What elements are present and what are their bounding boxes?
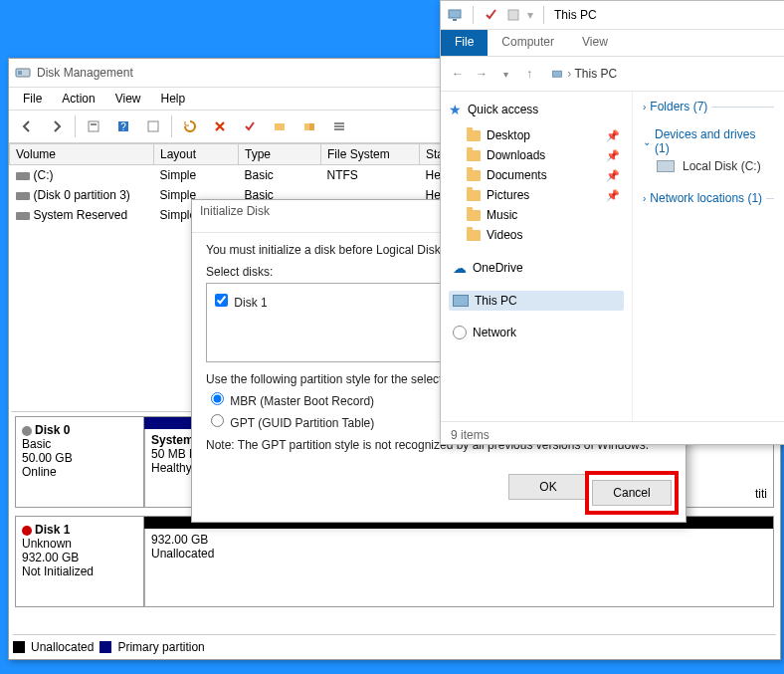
props-icon [505, 7, 521, 23]
chevron-down-icon[interactable]: ▾ [527, 8, 533, 22]
col-filesystem[interactable]: File System [321, 144, 420, 165]
cloud-icon: ☁ [453, 260, 467, 276]
toolbar-separator [75, 115, 76, 137]
disk1-capacity: 932.00 GB [22, 551, 137, 564]
sidebar-item-onedrive[interactable]: ☁OneDrive [449, 257, 624, 279]
menu-action[interactable]: Action [54, 90, 102, 108]
rule [766, 198, 774, 199]
col-layout[interactable]: Layout [154, 144, 239, 165]
help-button[interactable]: ? [111, 114, 135, 138]
sidebar-item-quick-access[interactable]: ★ Quick access [449, 102, 624, 117]
back-button[interactable] [15, 114, 39, 138]
ok-button[interactable]: OK [508, 474, 588, 500]
svg-rect-6 [148, 121, 158, 131]
toolbar-separator [171, 115, 172, 137]
chevron-right-icon: › [643, 102, 646, 112]
sidebar-item-label: Music [487, 208, 517, 222]
sidebar-item-label: Videos [487, 228, 522, 242]
nav-forward-button[interactable]: → [473, 67, 490, 81]
disk1-partition-unallocated[interactable]: 932.00 GB Unallocated [144, 529, 773, 606]
mbr-label: MBR (Master Boot Record) [230, 394, 374, 408]
group-header-folders[interactable]: ›Folders (7) [643, 100, 774, 113]
disk0-name: Disk 0 [35, 423, 70, 437]
svg-text:?: ? [120, 121, 126, 132]
breadcrumb[interactable]: › This PC [550, 67, 617, 81]
disk-bullet-icon [22, 526, 32, 536]
check-icon [484, 7, 499, 23]
volume-icon [16, 192, 30, 200]
col-type[interactable]: Type [239, 144, 321, 165]
pin-icon: 📌 [606, 149, 620, 162]
sidebar-item-downloads[interactable]: Downloads📌 [449, 145, 624, 165]
svg-rect-2 [89, 121, 98, 131]
sidebar-item-desktop[interactable]: Desktop📌 [449, 125, 624, 145]
list-button[interactable] [327, 114, 351, 138]
tab-file[interactable]: File [441, 30, 488, 56]
group-folders: ›Folders (7) [643, 100, 774, 113]
disk0-status: Online [22, 465, 137, 479]
disk1-status: Not Initialized [22, 564, 137, 578]
chevron-right-icon: › [643, 193, 646, 204]
cancel-button[interactable]: Cancel [592, 480, 672, 506]
folder-icon [467, 230, 481, 241]
properties-button[interactable] [82, 114, 105, 138]
explorer-titlebar[interactable]: ▾ This PC [441, 1, 784, 30]
action-button[interactable] [141, 114, 165, 138]
sidebar-item-documents[interactable]: Documents📌 [449, 165, 624, 185]
sidebar-item-music[interactable]: Music [449, 205, 624, 225]
tab-computer[interactable]: Computer [488, 30, 568, 56]
group-header-network[interactable]: ›Network locations (1) [643, 191, 774, 205]
disk1-name: Disk 1 [35, 523, 70, 537]
folder-icon [467, 150, 481, 161]
nav-up-button[interactable]: ↑ [520, 67, 538, 81]
sidebar-item-network[interactable]: Network [449, 323, 624, 342]
breadcrumb-thispc[interactable]: This PC [574, 67, 617, 81]
tab-view[interactable]: View [568, 30, 622, 56]
sidebar-item-label: Downloads [487, 148, 545, 162]
disk1-checkbox[interactable] [215, 294, 228, 307]
svg-rect-11 [334, 125, 344, 127]
menu-view[interactable]: View [107, 90, 149, 108]
forward-button[interactable] [45, 114, 69, 138]
menu-file[interactable]: File [15, 90, 50, 108]
cell-volume: System Reserved [34, 208, 128, 222]
group-label: Devices and drives (1) [655, 127, 770, 155]
col-volume[interactable]: Volume [10, 144, 154, 165]
item-local-disk-c[interactable]: Local Disk (C:) [643, 155, 774, 177]
network-icon [453, 326, 467, 339]
mbr-radio[interactable] [211, 392, 224, 405]
cell-volume: (Disk 0 partition 3) [34, 188, 130, 202]
disk-bullet-icon [22, 426, 32, 436]
title-separator [473, 6, 474, 24]
delete-button[interactable] [208, 114, 232, 138]
cell-volume: (C:) [34, 168, 54, 182]
menu-help[interactable]: Help [153, 90, 194, 108]
sidebar-item-pictures[interactable]: Pictures📌 [449, 185, 624, 205]
rule [711, 107, 774, 108]
group-header-devices[interactable]: ⌄Devices and drives (1) [643, 127, 774, 155]
sidebar-item-label: Pictures [487, 188, 529, 202]
gpt-radio[interactable] [211, 414, 224, 427]
pin-icon: 📌 [606, 129, 620, 142]
swatch-primary [99, 641, 111, 653]
nav-back-button[interactable]: ← [449, 67, 467, 81]
item-label: Local Disk (C:) [683, 159, 761, 173]
nav-history-button[interactable]: ▾ [496, 69, 514, 80]
refresh-button[interactable] [178, 114, 202, 138]
folder-icon [467, 190, 481, 201]
new-volume-button[interactable] [268, 114, 292, 138]
svg-rect-16 [553, 71, 562, 77]
svg-rect-9 [309, 123, 314, 130]
sidebar-item-thispc[interactable]: This PC [449, 291, 624, 311]
explorer-nav-pane: ★ Quick access Desktop📌 Downloads📌 Docum… [441, 92, 633, 421]
swatch-unallocated [13, 641, 25, 653]
sidebar-item-videos[interactable]: Videos [449, 225, 624, 245]
sidebar-item-label: Network [473, 326, 516, 339]
svg-rect-15 [508, 10, 518, 20]
check-button[interactable] [238, 114, 262, 138]
extend-button[interactable] [297, 114, 321, 138]
folder-icon [467, 170, 481, 181]
partition-size: 932.00 GB [151, 533, 767, 547]
disk1-row[interactable]: Disk 1 Unknown 932.00 GB Not Initialized… [15, 516, 774, 607]
explorer-ribbon-tabs: File Computer View [441, 30, 784, 57]
